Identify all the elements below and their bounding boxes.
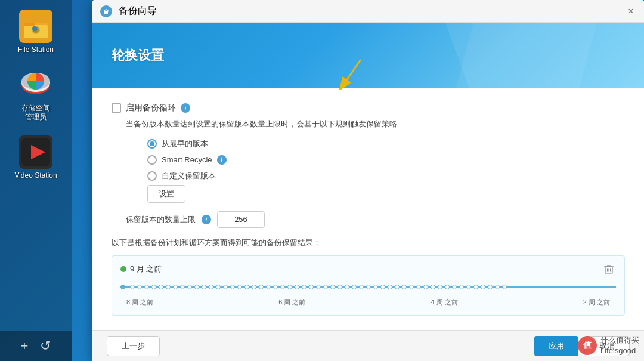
timeline-container: 9 月 之前 xyxy=(112,255,625,316)
footer-left: 上一步 xyxy=(107,336,160,356)
settings-button[interactable]: 设置 xyxy=(147,185,185,203)
radio-smart-label: Smart Recycle xyxy=(162,155,212,164)
result-description: 以下是根据备份计划和循环方案而得到可能的备份保留结果： xyxy=(112,237,625,248)
radio-earliest-label: 从最早的版本 xyxy=(162,138,208,149)
dialog-titlebar: 备份向导 × xyxy=(92,0,644,23)
radio-custom-btn[interactable] xyxy=(147,171,157,181)
dialog-footer: 上一步 应用 取消 xyxy=(92,330,644,361)
prev-button[interactable]: 上一步 xyxy=(107,336,160,356)
dialog-body: 启用备份循环 i 当备份版本数量达到设置的保留版本数量上限时，会基于以下规则触发… xyxy=(92,88,644,330)
storage-label: 存储空间管理员 xyxy=(21,104,50,122)
timeline-label-4w: 4 周 之前 xyxy=(431,298,458,307)
video-label: Video Station xyxy=(14,171,57,181)
video-icon xyxy=(19,135,52,169)
sidebar-item-video[interactable]: Video Station xyxy=(6,132,66,184)
dialog-title: 备份向导 xyxy=(119,5,157,17)
taskbar: + ↺ xyxy=(0,331,72,361)
watermark-circle-text: 值 xyxy=(583,340,592,351)
dialog-header: 轮换设置 xyxy=(92,23,644,88)
backup-wizard-dialog: 备份向导 × 轮换设置 启用备份循环 xyxy=(92,0,644,361)
enable-cycle-info-icon[interactable]: i xyxy=(181,103,190,113)
enable-cycle-checkbox[interactable] xyxy=(112,103,121,113)
dialog-controls: × xyxy=(625,5,637,17)
dialog-header-title: 轮换设置 xyxy=(112,47,164,64)
radio-earliest: 从最早的版本 xyxy=(147,138,625,149)
sidebar: File Station 存储空间管理员 xyxy=(0,0,72,361)
watermark-line1: 什么值得买 xyxy=(600,335,639,345)
timeline-green-dot xyxy=(120,266,126,272)
timeline-label-8w: 8 周 之前 xyxy=(126,298,153,307)
radio-smart-btn[interactable] xyxy=(147,155,157,165)
timeline-label-2w: 2 周 之前 xyxy=(583,298,610,307)
cycle-description: 当备份版本数量达到设置的保留版本数量上限时，会基于以下规则触发保留策略 xyxy=(126,118,625,130)
add-button[interactable]: + xyxy=(21,338,29,354)
desktop: File Station 存储空间管理员 xyxy=(0,0,644,361)
enable-cycle-row: 启用备份循环 i xyxy=(112,103,625,113)
enable-cycle-section: 启用备份循环 i 当备份版本数量达到设置的保留版本数量上限时，会基于以下规则触发… xyxy=(112,103,625,228)
timeline-date-text: 9 月 之前 xyxy=(130,264,162,274)
timeline-track xyxy=(120,281,616,293)
watermark-icon: 值 xyxy=(578,336,597,355)
watermark-text: 什么值得买 Lifeisgood xyxy=(600,335,639,356)
retention-input[interactable] xyxy=(217,211,265,228)
apply-button[interactable]: 应用 xyxy=(534,336,578,356)
dialog-close-button[interactable]: × xyxy=(625,5,637,17)
sidebar-item-storage[interactable]: 存储空间管理员 xyxy=(6,64,66,126)
timeline-dots xyxy=(120,285,616,289)
history-button[interactable]: ↺ xyxy=(40,338,51,354)
radio-earliest-btn[interactable] xyxy=(147,139,157,149)
timeline-header: 9 月 之前 xyxy=(120,262,616,276)
timeline-label-6w: 6 周 之前 xyxy=(278,298,305,307)
timeline-date-label: 9 月 之前 xyxy=(120,264,162,274)
radio-group: 从最早的版本 Smart Recycle i 自定义保留版本 xyxy=(147,138,625,181)
storage-icon xyxy=(19,68,52,101)
retention-info-icon[interactable]: i xyxy=(202,215,211,224)
radio-custom: 自定义保留版本 xyxy=(147,171,625,181)
watermark-line2: Lifeisgood xyxy=(600,345,639,356)
svg-rect-2 xyxy=(24,23,35,26)
backup-icon xyxy=(100,5,113,18)
enable-cycle-label: 启用备份循环 xyxy=(126,103,176,113)
smart-recycle-info-icon[interactable]: i xyxy=(217,155,227,165)
svg-point-5 xyxy=(32,26,37,31)
file-station-icon xyxy=(19,10,52,43)
file-station-label: File Station xyxy=(18,45,54,55)
timeline-labels: 8 周 之前 6 周 之前 4 周 之前 2 周 之前 xyxy=(120,298,616,307)
trash-icon[interactable] xyxy=(602,262,616,276)
svg-rect-13 xyxy=(104,11,108,14)
radio-custom-label: 自定义保留版本 xyxy=(162,171,216,181)
retention-label: 保留版本的数量上限 xyxy=(126,214,196,225)
radio-smart: Smart Recycle i xyxy=(147,155,625,165)
sidebar-item-file-station[interactable]: File Station xyxy=(6,6,66,58)
retention-row: 保留版本的数量上限 i xyxy=(112,211,625,228)
watermark: 值 什么值得买 Lifeisgood xyxy=(578,335,639,356)
